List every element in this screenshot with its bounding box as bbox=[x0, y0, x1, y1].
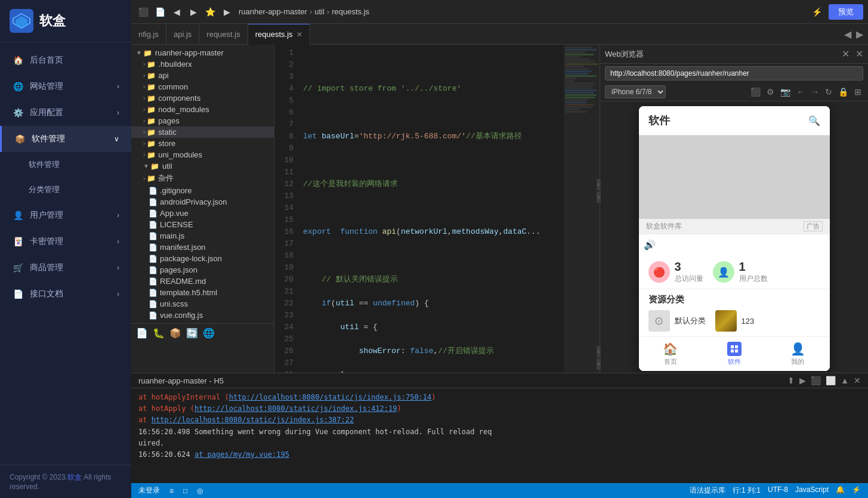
file-pages[interactable]: › 📁 pages bbox=[131, 115, 274, 126]
file-uniscss[interactable]: 📄 uni.scss bbox=[131, 298, 274, 310]
folder-icon-1: 📁 bbox=[146, 60, 156, 69]
phone-nav-software-label: 软件 bbox=[728, 357, 741, 366]
file-gitignore[interactable]: 📄 .gitignore bbox=[131, 185, 274, 196]
file-app-vue[interactable]: 📄 App.vue bbox=[131, 208, 274, 219]
nav-forward-icon[interactable]: → bbox=[809, 86, 821, 98]
screenshot-icon[interactable]: 📷 bbox=[779, 86, 792, 98]
side-arrow-up-2[interactable]: ‹ bbox=[597, 346, 601, 357]
settings-icon[interactable]: ⚙ bbox=[765, 86, 776, 98]
terminal-link-1[interactable]: http://localhost:8080/static/js/index.js… bbox=[229, 393, 432, 401]
status-icon-1[interactable]: ≡ bbox=[169, 487, 174, 495]
chevron-right-icon: › bbox=[117, 82, 119, 91]
side-arrow-up[interactable]: ‹ bbox=[597, 179, 601, 190]
sidebar-item-software[interactable]: 📦 软件管理 ∨ bbox=[0, 126, 131, 152]
file-root[interactable]: ▼ 📁 ruanher-app-master bbox=[131, 47, 274, 58]
file-main-js[interactable]: 📄 main.js bbox=[131, 230, 274, 242]
file-readme[interactable]: 📄 README.md bbox=[131, 276, 274, 287]
explorer-icon-3[interactable]: 📦 bbox=[169, 327, 181, 339]
file-license[interactable]: 📄 LICENSE bbox=[131, 219, 274, 230]
forward-icon[interactable]: ▶ bbox=[186, 5, 200, 19]
phone-nav-software[interactable]: 软件 bbox=[702, 337, 766, 371]
file-node-modules[interactable]: › 📁 node_modules bbox=[131, 104, 274, 115]
back-icon[interactable]: ◀ bbox=[169, 5, 184, 19]
filter-icon[interactable]: ⚡ bbox=[810, 5, 824, 19]
file-template[interactable]: 📄 template.h5.html bbox=[131, 287, 274, 298]
terminal-link-3[interactable]: http://localhost:8080/static/js/index.js… bbox=[152, 416, 354, 424]
tab-prev-icon[interactable]: ◀ bbox=[842, 29, 854, 40]
file-static[interactable]: › 📁 static bbox=[131, 126, 274, 138]
explorer-icon-1[interactable]: 📄 bbox=[136, 327, 148, 339]
terminal-icon-1[interactable]: ⬆ bbox=[787, 376, 795, 385]
file-common[interactable]: › 📁 common bbox=[131, 81, 274, 92]
status-right: 语法提示库 行:1 列:1 UTF-8 JavaScript 🔔 ⚡ bbox=[690, 485, 861, 496]
sidebar-item-home[interactable]: 🏠 后台首页 bbox=[0, 47, 131, 73]
side-arrow-down-2[interactable]: › bbox=[597, 358, 601, 370]
side-arrows: ‹ › bbox=[597, 179, 601, 203]
tab-nfig[interactable]: nfig.js bbox=[131, 24, 166, 45]
menu-icon[interactable]: ⬛ bbox=[136, 5, 150, 19]
sidebar-item-website[interactable]: 🌐 网站管理 › bbox=[0, 73, 131, 100]
phone-search-icon[interactable]: 🔍 bbox=[808, 115, 820, 126]
file-android-privacy[interactable]: 📄 androidPrivacy.json bbox=[131, 196, 274, 208]
browser-side-close-icon[interactable]: ✕ bbox=[855, 48, 863, 60]
explorer-icon-4[interactable]: 🔄 bbox=[186, 327, 198, 339]
tab-next-icon[interactable]: ▶ bbox=[854, 29, 866, 40]
tab-close-icon[interactable]: ✕ bbox=[296, 30, 302, 39]
run-icon[interactable]: ▶ bbox=[220, 5, 234, 19]
phone-nav-home[interactable]: 🏠 首页 bbox=[639, 337, 703, 371]
browser-url-input[interactable] bbox=[605, 66, 863, 81]
file-package-lock[interactable]: 📄 package-lock.json bbox=[131, 253, 274, 264]
explorer-icon-5[interactable]: 🌐 bbox=[203, 327, 215, 339]
terminal-link-2[interactable]: http://localhost:8080/static/js/index.js… bbox=[194, 404, 397, 413]
file-uni-modules[interactable]: › 📁 uni_modules bbox=[131, 149, 274, 160]
folder-icon-5: 📁 bbox=[146, 106, 156, 114]
star-icon[interactable]: ⭐ bbox=[203, 5, 217, 19]
nav-refresh-icon[interactable]: ↻ bbox=[823, 86, 834, 98]
file-store[interactable]: › 📁 store bbox=[131, 138, 274, 149]
nav-back-icon[interactable]: ← bbox=[795, 86, 807, 98]
explorer-icon-2[interactable]: 🐛 bbox=[153, 327, 165, 339]
preview-button[interactable]: 预览 bbox=[829, 4, 863, 20]
file-hbuilderx[interactable]: › 📁 .hbuilderx bbox=[131, 58, 274, 70]
tab-request[interactable]: request.js bbox=[199, 24, 248, 45]
terminal-icon-2[interactable]: ▶ bbox=[799, 376, 806, 385]
status-icon-3[interactable]: ◎ bbox=[197, 487, 203, 495]
file-misc[interactable]: › 📁 杂件 bbox=[131, 172, 274, 185]
tab-requests-label: requests.js bbox=[255, 30, 293, 39]
terminal-icon-3[interactable]: ⬛ bbox=[811, 376, 821, 385]
tab-api[interactable]: api.js bbox=[166, 24, 199, 45]
terminal-icon-4[interactable]: ⬜ bbox=[826, 376, 836, 385]
file-manifest[interactable]: 📄 manifest.json bbox=[131, 242, 274, 253]
stat-visits-num: 3 bbox=[675, 260, 703, 274]
folder-icon-6: 📁 bbox=[146, 117, 156, 125]
browser-close-icon[interactable]: ✕ bbox=[842, 48, 850, 60]
file-pages-json[interactable]: 📄 pages.json bbox=[131, 264, 274, 276]
footer-link[interactable]: 软盒 bbox=[67, 473, 82, 481]
status-icon-extra[interactable]: ⚡ bbox=[852, 485, 861, 496]
sidebar-item-appconfig[interactable]: ⚙️ 应用配置 › bbox=[0, 100, 131, 126]
sidebar-item-software-mgmt[interactable]: 软件管理 bbox=[0, 152, 131, 177]
file-components[interactable]: › 📁 components bbox=[131, 92, 274, 104]
code-area[interactable]: 12345 678910 1112131415 1617181920 21222… bbox=[274, 45, 600, 373]
side-arrow-down[interactable]: › bbox=[597, 191, 601, 203]
sidebar-item-user[interactable]: 👤 用户管理 › bbox=[0, 202, 131, 228]
file-vue-config[interactable]: 📄 vue.config.js bbox=[131, 310, 274, 321]
sidebar-item-category-mgmt[interactable]: 分类管理 bbox=[0, 177, 131, 202]
sidebar-item-goods[interactable]: 🛒 商品管理 › bbox=[0, 255, 131, 281]
rotate-icon[interactable]: ⬛ bbox=[749, 86, 762, 98]
file-api[interactable]: › 📁 api bbox=[131, 70, 274, 81]
device-selector[interactable]: iPhone 6/7/8 iPhone X iPad bbox=[605, 85, 666, 98]
status-bell-icon[interactable]: 🔔 bbox=[836, 485, 845, 496]
sidebar-item-api-docs[interactable]: 📄 接口文档 › bbox=[0, 281, 131, 307]
terminal-link-5[interactable]: at pages/my/my.vue:195 bbox=[194, 450, 289, 459]
phone-nav-mine[interactable]: 👤 我的 bbox=[766, 337, 830, 371]
nav-grid-icon[interactable]: ⊞ bbox=[852, 86, 863, 98]
tab-requests[interactable]: requests.js ✕ bbox=[248, 24, 310, 45]
file-icon[interactable]: 📄 bbox=[153, 5, 167, 19]
status-icon-2[interactable]: □ bbox=[183, 487, 187, 495]
nav-lock-icon[interactable]: 🔒 bbox=[836, 86, 850, 98]
file-util[interactable]: ▼ 📁 util bbox=[131, 160, 274, 172]
sidebar-item-card[interactable]: 🃏 卡密管理 › bbox=[0, 228, 131, 255]
terminal-icon-5[interactable]: ▲ bbox=[841, 376, 849, 385]
terminal-icon-6[interactable]: ✕ bbox=[854, 376, 861, 385]
